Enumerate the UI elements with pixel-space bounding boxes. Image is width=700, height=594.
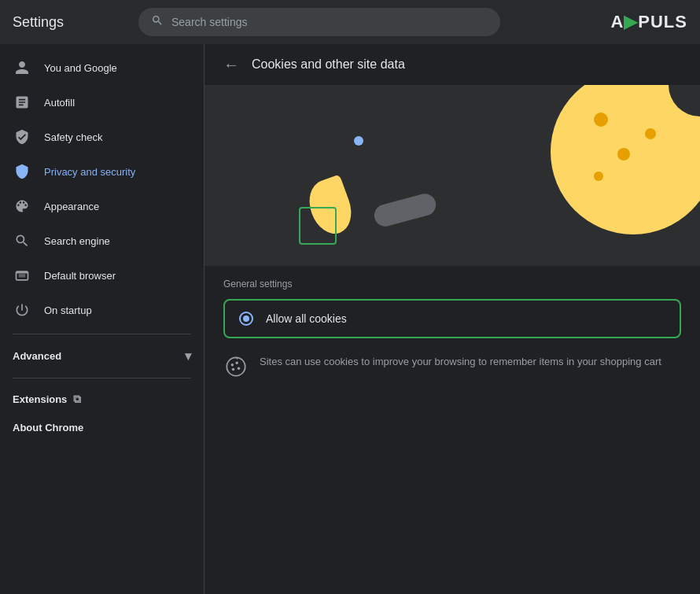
cookie-illustration bbox=[204, 85, 700, 266]
sidebar-label-default-browser: Default browser bbox=[44, 270, 116, 282]
main-layout: You and Google Autofill Safety check Pri… bbox=[0, 44, 700, 594]
sidebar: You and Google Autofill Safety check Pri… bbox=[0, 44, 204, 594]
blue-dot-shape bbox=[354, 136, 363, 146]
cookie-circle bbox=[551, 85, 700, 234]
gray-pill-shape bbox=[372, 191, 439, 229]
sidebar-label-search-engine: Search engine bbox=[44, 235, 110, 247]
sidebar-item-default-browser[interactable]: Default browser bbox=[0, 258, 191, 293]
external-link-icon: ⧉ bbox=[73, 393, 81, 406]
on-startup-icon bbox=[13, 301, 31, 319]
cookie-bite bbox=[669, 85, 700, 116]
cookie-hole-1 bbox=[594, 113, 608, 127]
allow-all-cookies-label: Allow all cookies bbox=[266, 312, 347, 325]
sidebar-item-privacy-security[interactable]: Privacy and security bbox=[0, 154, 191, 189]
sidebar-label-on-startup: On startup bbox=[44, 304, 92, 316]
sidebar-item-on-startup[interactable]: On startup bbox=[0, 293, 191, 327]
sidebar-advanced-section[interactable]: Advanced ▾ bbox=[0, 341, 204, 371]
general-settings-label: General settings bbox=[223, 279, 681, 290]
sidebar-item-autofill[interactable]: Autofill bbox=[0, 85, 191, 120]
search-input[interactable] bbox=[171, 16, 488, 28]
person-icon bbox=[13, 58, 31, 77]
content-title: Cookies and other site data bbox=[252, 57, 405, 72]
back-button[interactable]: ← bbox=[223, 57, 239, 72]
general-settings-section: General settings Allow all cookies bbox=[204, 266, 700, 398]
default-browser-icon bbox=[13, 266, 31, 285]
sidebar-label-privacy-security: Privacy and security bbox=[44, 166, 135, 178]
svg-point-5 bbox=[235, 362, 238, 365]
sidebar-item-you-and-google[interactable]: You and Google bbox=[0, 50, 191, 85]
search-icon bbox=[151, 14, 164, 30]
svg-point-6 bbox=[238, 367, 241, 371]
privacy-icon bbox=[13, 162, 31, 181]
advanced-label: Advanced bbox=[13, 350, 61, 362]
sidebar-label-you-and-google: You and Google bbox=[44, 62, 117, 74]
sidebar-label-autofill: Autofill bbox=[44, 97, 75, 109]
search-engine-icon bbox=[13, 231, 31, 250]
svg-point-4 bbox=[231, 363, 234, 367]
sidebar-label-appearance: Appearance bbox=[44, 201, 99, 212]
svg-point-7 bbox=[232, 368, 235, 371]
allow-all-cookies-option[interactable]: Allow all cookies bbox=[223, 299, 681, 338]
chevron-down-icon: ▾ bbox=[185, 349, 191, 363]
appearance-icon bbox=[13, 197, 31, 216]
svg-point-3 bbox=[227, 357, 245, 375]
extensions-label: Extensions bbox=[13, 393, 67, 405]
about-chrome-label: About Chrome bbox=[13, 422, 83, 434]
green-rect-shape bbox=[299, 207, 337, 245]
logo-text: A▶PULS bbox=[610, 12, 687, 32]
cookie-hole-3 bbox=[645, 128, 656, 139]
content-header: ← Cookies and other site data bbox=[204, 44, 700, 85]
svg-rect-2 bbox=[17, 271, 28, 274]
search-bar[interactable] bbox=[138, 8, 500, 36]
logo-area: A▶PULS bbox=[610, 12, 687, 32]
sidebar-item-search-engine[interactable]: Search engine bbox=[0, 223, 191, 258]
sidebar-divider-1 bbox=[13, 334, 191, 334]
sidebar-item-safety-check[interactable]: Safety check bbox=[0, 120, 191, 154]
sidebar-divider-2 bbox=[13, 378, 191, 378]
cookie-info-text: Sites can use cookies to improve your br… bbox=[260, 354, 661, 370]
sidebar-item-about-chrome[interactable]: About Chrome bbox=[0, 414, 191, 441]
cookie-hole-4 bbox=[594, 172, 603, 181]
sidebar-label-safety-check: Safety check bbox=[44, 131, 102, 143]
cookie-info-row: Sites can use cookies to improve your br… bbox=[223, 348, 681, 386]
sidebar-extensions[interactable]: Extensions ⧉ bbox=[0, 385, 204, 414]
app-header: Settings A▶PULS bbox=[0, 0, 700, 44]
radio-allow-all-cookies[interactable] bbox=[239, 312, 253, 326]
app-title: Settings bbox=[13, 14, 107, 31]
autofill-icon bbox=[13, 93, 31, 112]
safety-icon bbox=[13, 127, 31, 146]
svg-rect-1 bbox=[19, 274, 25, 277]
sidebar-item-appearance[interactable]: Appearance bbox=[0, 189, 191, 223]
content-area: ← Cookies and other site data bbox=[204, 44, 700, 594]
cookie-info-icon bbox=[223, 354, 249, 379]
radio-inner bbox=[243, 315, 249, 322]
cookie-hole-2 bbox=[617, 148, 630, 160]
